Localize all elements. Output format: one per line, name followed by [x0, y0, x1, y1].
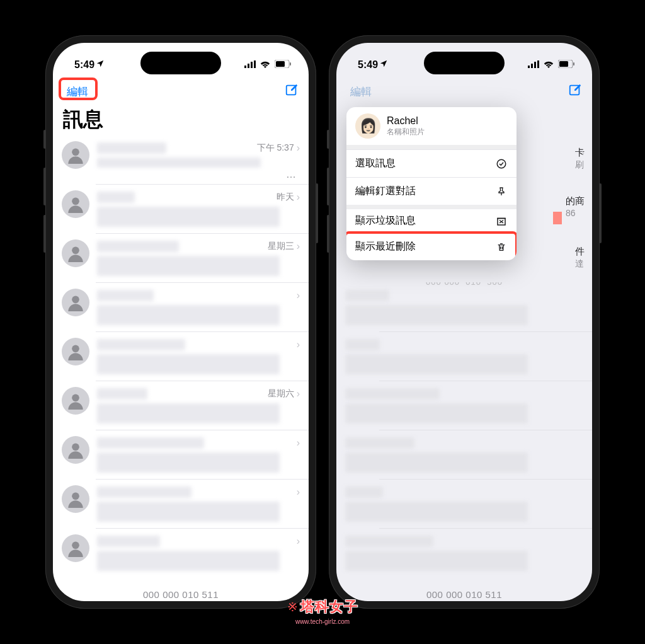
trash-icon: [495, 241, 508, 253]
message-row[interactable]: ›: [53, 430, 309, 479]
avatar-placeholder-icon: [62, 239, 89, 267]
wifi-icon: [260, 59, 271, 71]
chevron-right-icon: ›: [297, 339, 300, 350]
edit-button[interactable]: 編輯: [346, 83, 375, 101]
chevron-right-icon: ›: [297, 388, 300, 400]
profile-subtitle: 名稱和照片: [387, 127, 425, 137]
nav-bar: 編輯: [336, 78, 592, 105]
avatar-placeholder-icon: [62, 387, 89, 415]
row-time: 昨天: [277, 192, 294, 203]
location-icon: [96, 59, 105, 71]
messages-list-dim: 000 000 010 500: [336, 282, 592, 601]
battery-icon: [558, 59, 574, 71]
svg-point-9: [72, 198, 79, 205]
time-label: 5:49: [74, 59, 94, 71]
svg-rect-20: [537, 60, 539, 68]
bg-red-strip: [553, 212, 562, 224]
menu-item-label: 選取訊息: [355, 157, 396, 170]
edit-button[interactable]: 編輯: [63, 83, 92, 101]
svg-point-14: [72, 444, 79, 451]
message-row[interactable]: 昨天›: [53, 184, 309, 233]
battery-icon: [275, 59, 291, 71]
watermark: ※ 塔科女子: [287, 597, 358, 616]
iphone-right: 5:49 編輯 卡刷 › 的商86 › 件達 000 000 010 500: [329, 35, 600, 609]
message-row[interactable]: ›: [53, 282, 309, 331]
chevron-right-icon: ›: [297, 536, 300, 547]
volume-up-button: [43, 168, 46, 205]
menu-separator: [346, 145, 517, 149]
menu-item-label: 編輯釘選對話: [355, 185, 416, 198]
svg-rect-22: [559, 61, 568, 67]
memoji-avatar-icon: 👩🏻: [355, 113, 380, 139]
chevron-right-icon: ›: [297, 437, 300, 449]
svg-rect-19: [534, 62, 536, 68]
bottom-number: 000 000 010 511: [143, 589, 219, 600]
row-time: 星期三: [268, 241, 294, 252]
power-button: [316, 183, 318, 243]
volume-up-button: [327, 168, 329, 205]
messages-list[interactable]: 下午 5:37› … 昨天› 星期三›: [53, 135, 309, 601]
iphone-left: 5:49 編輯: [45, 35, 316, 609]
message-row[interactable]: ›: [53, 528, 309, 577]
svg-point-12: [72, 345, 79, 353]
message-row[interactable]: 星期六›: [53, 381, 309, 430]
status-time: 5:49: [358, 59, 388, 71]
avatar-placeholder-icon: [62, 534, 89, 562]
message-row[interactable]: 下午 5:37› …: [53, 135, 309, 184]
side-button: [327, 130, 329, 149]
message-row[interactable]: ›: [53, 479, 309, 528]
watermark-url: www.tech-girlz.com: [295, 618, 350, 625]
svg-point-16: [72, 542, 79, 549]
profile-header[interactable]: 👩🏻 Rachel 名稱和照片: [346, 107, 517, 145]
watermark-icon: ※: [287, 599, 298, 614]
svg-point-13: [72, 394, 79, 402]
time-label: 5:49: [358, 59, 378, 71]
menu-item-label: 顯示最近刪除: [355, 240, 416, 253]
power-button: [599, 183, 602, 243]
volume-down-button: [327, 215, 329, 253]
cellular-icon: [244, 59, 256, 71]
chevron-right-icon: ›: [297, 241, 300, 252]
menu-show-recently-deleted[interactable]: 顯示最近刪除: [346, 233, 517, 260]
nav-bar: 編輯: [53, 78, 309, 105]
compose-button[interactable]: [285, 83, 299, 100]
checkmark-circle-icon: [495, 158, 508, 170]
avatar-placeholder-icon: [62, 289, 89, 316]
bottom-number: 000 000 010 511: [426, 589, 502, 600]
menu-select-messages[interactable]: 選取訊息: [346, 149, 517, 177]
wifi-icon: [543, 59, 554, 71]
avatar-placeholder-icon: [62, 141, 89, 169]
message-row[interactable]: 星期三›: [53, 233, 309, 282]
page-title: 訊息: [63, 106, 103, 134]
bg-peek: 件達: [575, 246, 585, 270]
svg-point-15: [72, 493, 79, 500]
svg-rect-1: [248, 64, 249, 68]
side-button: [43, 130, 46, 149]
svg-rect-17: [528, 66, 530, 68]
menu-show-junk[interactable]: 顯示垃圾訊息: [346, 205, 517, 233]
volume-down-button: [43, 215, 46, 253]
status-time: 5:49: [74, 59, 105, 71]
avatar-placeholder-icon: [62, 485, 89, 513]
svg-point-10: [72, 247, 79, 255]
svg-rect-23: [573, 62, 574, 66]
edit-menu-popover: 👩🏻 Rachel 名稱和照片 選取訊息 編輯釘選對話 顯示垃圾訊息: [346, 107, 517, 260]
svg-rect-2: [251, 62, 253, 68]
pin-icon: [495, 186, 508, 197]
avatar-placeholder-icon: [62, 338, 89, 365]
svg-point-11: [72, 296, 79, 304]
chevron-right-icon: ›: [297, 486, 300, 498]
avatar-placeholder-icon: [62, 436, 89, 464]
menu-item-label: 顯示垃圾訊息: [355, 214, 416, 227]
menu-edit-pins[interactable]: 編輯釘選對話: [346, 177, 517, 205]
compose-button[interactable]: [568, 83, 582, 100]
chevron-right-icon: ›: [297, 192, 300, 203]
avatar-placeholder-icon: [62, 190, 89, 218]
svg-rect-0: [244, 66, 246, 68]
row-time: 下午 5:37: [257, 142, 294, 154]
screen-right: 5:49 編輯 卡刷 › 的商86 › 件達 000 000 010 500: [336, 43, 592, 601]
profile-name: Rachel: [387, 115, 425, 127]
cellular-icon: [528, 59, 539, 71]
chevron-right-icon: ›: [297, 290, 300, 301]
message-row[interactable]: ›: [53, 331, 309, 381]
